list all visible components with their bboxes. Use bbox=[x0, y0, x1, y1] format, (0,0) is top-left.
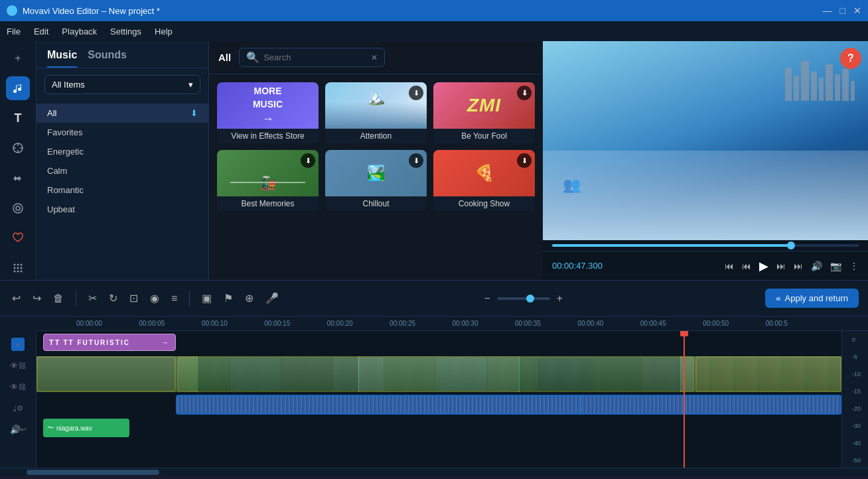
step-forward-button[interactable]: ⏭ bbox=[776, 261, 786, 271]
category-romantic[interactable]: Romantic bbox=[36, 180, 208, 200]
search-box[interactable]: 🔍 ✕ bbox=[239, 48, 385, 67]
rewind-end-button[interactable]: ⏭ bbox=[794, 261, 803, 271]
download-cooking-icon[interactable]: ⬇ bbox=[517, 153, 532, 168]
track-music-settings-icon[interactable]: ⚙ bbox=[17, 404, 23, 413]
close-button[interactable]: ✕ bbox=[853, 5, 861, 16]
text-tool[interactable]: T bbox=[6, 107, 30, 130]
zoom-slider[interactable] bbox=[497, 297, 550, 300]
delete-button[interactable]: 🗑 bbox=[50, 290, 66, 307]
category-favorites[interactable]: Favorites bbox=[36, 123, 208, 142]
horizontal-scrollbar[interactable] bbox=[0, 468, 868, 476]
audio-filter-button[interactable]: ≡ bbox=[169, 290, 180, 307]
second-video-strip[interactable] bbox=[695, 356, 841, 392]
ruler-mark-7: 00:00:35 bbox=[515, 320, 577, 327]
menu-help[interactable]: Help bbox=[155, 27, 173, 36]
app-icon bbox=[7, 5, 17, 16]
more-options-icon[interactable]: ⋮ bbox=[849, 261, 859, 271]
track-audio-link-icon[interactable]: ⛓ bbox=[19, 383, 26, 391]
timeline-tracks: + 👁 ⛓ 👁 ⛓ ♩ ⚙ 🔊 ↩ bbox=[0, 331, 868, 468]
card-view-effects-store[interactable]: MORE MUSIC → View in Effects Store bbox=[217, 82, 319, 143]
content-area: All 🔍 ✕ MORE MUSIC → View in Effects Sto… bbox=[209, 41, 543, 280]
music-tool[interactable] bbox=[6, 76, 30, 100]
playhead[interactable] bbox=[684, 331, 685, 468]
track-link-icon[interactable]: ⛓ bbox=[19, 362, 26, 370]
card-best-memories[interactable]: 🚂 ⬇ Best Memories bbox=[217, 150, 319, 211]
tab-music[interactable]: Music bbox=[47, 49, 77, 68]
search-input[interactable] bbox=[263, 52, 367, 62]
card-label-cooking: Cooking Show bbox=[433, 196, 535, 211]
svg-point-5 bbox=[14, 267, 16, 269]
track-mute-icon[interactable]: 👁 bbox=[10, 382, 19, 392]
more-tools[interactable] bbox=[6, 257, 30, 280]
maximize-button[interactable]: □ bbox=[840, 5, 845, 16]
snapshot-icon[interactable]: 📷 bbox=[830, 261, 841, 271]
volume-icon[interactable]: 🔊 bbox=[811, 261, 822, 271]
title-clip[interactable]: TT TT FUTURISTIC → bbox=[43, 334, 176, 351]
category-all[interactable]: All ⬇ bbox=[36, 103, 208, 123]
rotate-button[interactable]: ↻ bbox=[106, 289, 120, 307]
add-tool[interactable]: + bbox=[6, 46, 30, 70]
download-attention-icon[interactable]: ⬇ bbox=[409, 86, 423, 100]
track-visibility-icon[interactable]: 👁 bbox=[10, 361, 19, 371]
text-overlay-button[interactable]: ▣ bbox=[199, 289, 214, 307]
zoom-in-button[interactable]: + bbox=[554, 290, 565, 307]
color-button[interactable]: ◉ bbox=[147, 289, 162, 307]
category-calm[interactable]: Calm bbox=[36, 161, 208, 180]
minimize-button[interactable]: — bbox=[823, 5, 832, 16]
category-selector[interactable]: All Items ▾ bbox=[44, 75, 200, 94]
sfx-settings-icon[interactable]: ↩ bbox=[21, 425, 27, 434]
audio-waveform-icon: 〜 bbox=[47, 423, 54, 433]
menu-settings[interactable]: Settings bbox=[110, 27, 141, 36]
workspace: + T Music Sounds bbox=[0, 41, 868, 280]
scrollbar-thumb[interactable] bbox=[27, 470, 159, 475]
music-panel: Music Sounds All Items ▾ All ⬇ Favorites… bbox=[36, 41, 209, 280]
cut-button[interactable]: ✂ bbox=[86, 289, 100, 307]
svg-point-8 bbox=[14, 271, 16, 273]
audio-file-clip[interactable]: 〜 niagara.wav bbox=[43, 419, 129, 437]
card-be-your-fool[interactable]: ZMI ⬇ Be Your Fool bbox=[433, 82, 535, 143]
download-befool-icon[interactable]: ⬇ bbox=[517, 86, 532, 100]
track-controls-strip: + 👁 ⛓ 👁 ⛓ ♩ ⚙ 🔊 ↩ bbox=[0, 331, 36, 468]
ruler-mark-9: 00:00:45 bbox=[640, 320, 703, 327]
menu-edit[interactable]: Edit bbox=[34, 27, 48, 36]
play-button[interactable]: ▶ bbox=[759, 259, 768, 273]
close-search-icon[interactable]: ✕ bbox=[371, 53, 378, 62]
undo-button[interactable]: ↩ bbox=[9, 289, 23, 307]
menu-file[interactable]: File bbox=[7, 27, 21, 36]
tab-sounds[interactable]: Sounds bbox=[88, 49, 127, 68]
transitions-tool[interactable] bbox=[6, 167, 30, 190]
category-energetic[interactable]: Energetic bbox=[36, 142, 208, 161]
redo-button[interactable]: ↪ bbox=[30, 289, 44, 307]
playback-controls: 00:00:47.300 ⏮ ⏮ ▶ ⏭ ⏭ 🔊 📷 ⋮ bbox=[543, 251, 868, 280]
download-memories-icon[interactable]: ⬇ bbox=[301, 153, 315, 168]
stabilize-button[interactable]: ⊕ bbox=[242, 289, 256, 307]
step-back-button[interactable]: ⏮ bbox=[742, 261, 751, 271]
timeline: 00:00:00 00:00:05 00:00:10 00:00:15 00:0… bbox=[0, 316, 868, 476]
category-upbeat[interactable]: Upbeat bbox=[36, 200, 208, 219]
tools-sidebar: + T bbox=[0, 41, 36, 280]
download-chillout-icon[interactable]: ⬇ bbox=[409, 153, 423, 168]
download-all-icon[interactable]: ⬇ bbox=[190, 108, 198, 118]
card-cooking-show[interactable]: 🍕 ⬇ Cooking Show bbox=[433, 150, 535, 211]
filters-tool[interactable] bbox=[6, 196, 30, 220]
menu-playback[interactable]: Playback bbox=[62, 27, 97, 36]
add-track-button[interactable]: + bbox=[11, 338, 25, 351]
help-button[interactable]: ? bbox=[840, 48, 861, 69]
preview-video: 👥 ? bbox=[543, 41, 868, 240]
favorites-tool[interactable] bbox=[6, 227, 30, 250]
card-chillout[interactable]: 🏞️ ⬇ Chillout bbox=[325, 150, 427, 211]
progress-bar[interactable] bbox=[552, 244, 859, 247]
category-label: All Items bbox=[52, 80, 85, 90]
apply-return-button[interactable]: « Apply and return bbox=[765, 289, 859, 308]
effects-tool[interactable] bbox=[6, 137, 30, 160]
flag-button[interactable]: ⚑ bbox=[221, 289, 236, 307]
timeline-ruler: 00:00:00 00:00:05 00:00:10 00:00:15 00:0… bbox=[0, 316, 868, 331]
second-audio-track[interactable] bbox=[581, 395, 841, 415]
zoom-out-button[interactable]: − bbox=[482, 290, 493, 307]
rewind-start-button[interactable]: ⏮ bbox=[725, 261, 734, 271]
search-icon: 🔍 bbox=[246, 51, 259, 64]
crop-button[interactable]: ⊡ bbox=[127, 289, 141, 307]
card-attention[interactable]: 🏔️ ⬇ Attention bbox=[325, 82, 427, 143]
card-label-chillout: Chillout bbox=[325, 196, 427, 211]
mic-button[interactable]: 🎤 bbox=[263, 289, 281, 307]
